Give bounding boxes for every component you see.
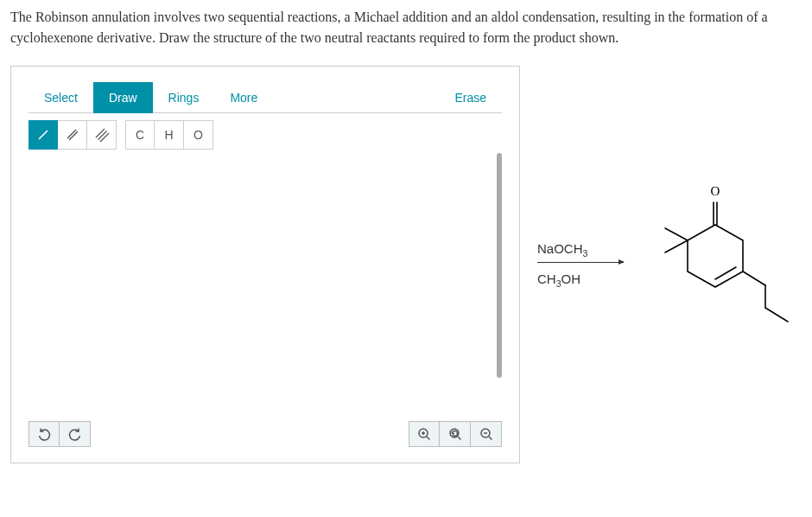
reagent-bottom: CH3OH xyxy=(537,271,624,289)
zoom-reset-button[interactable] xyxy=(440,421,471,447)
tab-more[interactable]: More xyxy=(214,82,273,113)
history-buttons xyxy=(29,421,91,447)
tab-select[interactable]: Select xyxy=(29,82,93,113)
svg-line-5 xyxy=(100,133,109,142)
svg-line-18 xyxy=(665,228,688,240)
redo-button[interactable] xyxy=(60,421,91,447)
svg-line-3 xyxy=(96,129,105,137)
svg-line-22 xyxy=(765,308,788,322)
reaction-arrow-icon xyxy=(537,262,624,263)
svg-line-7 xyxy=(427,437,430,440)
hydrogen-tool[interactable]: H xyxy=(155,120,184,150)
product-structure: O xyxy=(638,178,793,351)
svg-line-13 xyxy=(489,437,492,440)
oxygen-label: O xyxy=(711,184,720,198)
svg-line-19 xyxy=(665,240,688,252)
atom-tools: C H O xyxy=(125,120,213,150)
zoom-buttons xyxy=(409,421,502,447)
tab-row: Select Draw Rings More Erase xyxy=(29,82,502,113)
bottom-toolbar xyxy=(29,421,502,447)
single-bond-tool[interactable] xyxy=(29,120,58,150)
reagent-block: NaOCH3 CH3OH xyxy=(537,241,624,289)
triple-bond-tool[interactable] xyxy=(87,120,117,150)
svg-line-0 xyxy=(39,131,48,139)
zoom-in-button[interactable] xyxy=(409,421,440,447)
undo-button[interactable] xyxy=(29,421,60,447)
drawing-canvas[interactable] xyxy=(29,153,502,415)
tab-rings[interactable]: Rings xyxy=(153,82,215,113)
reaction-area: NaOCH3 CH3OH O xyxy=(537,178,802,351)
double-bond-tool[interactable] xyxy=(58,120,87,150)
svg-line-20 xyxy=(743,271,765,285)
reagent-top: NaOCH3 xyxy=(537,241,624,258)
tab-erase[interactable]: Erase xyxy=(439,82,502,113)
bond-tools xyxy=(29,120,117,150)
svg-line-11 xyxy=(458,437,461,440)
svg-line-4 xyxy=(98,131,106,140)
content-area: Select Draw Rings More Erase C H xyxy=(10,66,802,463)
carbon-tool[interactable]: C xyxy=(125,120,155,150)
tool-row: C H O xyxy=(29,113,502,150)
question-text: The Robinson annulation involves two seq… xyxy=(10,7,802,48)
canvas-scrollbar[interactable] xyxy=(497,153,502,378)
drawing-widget: Select Draw Rings More Erase C H xyxy=(10,66,520,463)
oxygen-tool[interactable]: O xyxy=(184,120,213,150)
zoom-out-button[interactable] xyxy=(471,421,502,447)
tab-draw[interactable]: Draw xyxy=(93,82,153,113)
